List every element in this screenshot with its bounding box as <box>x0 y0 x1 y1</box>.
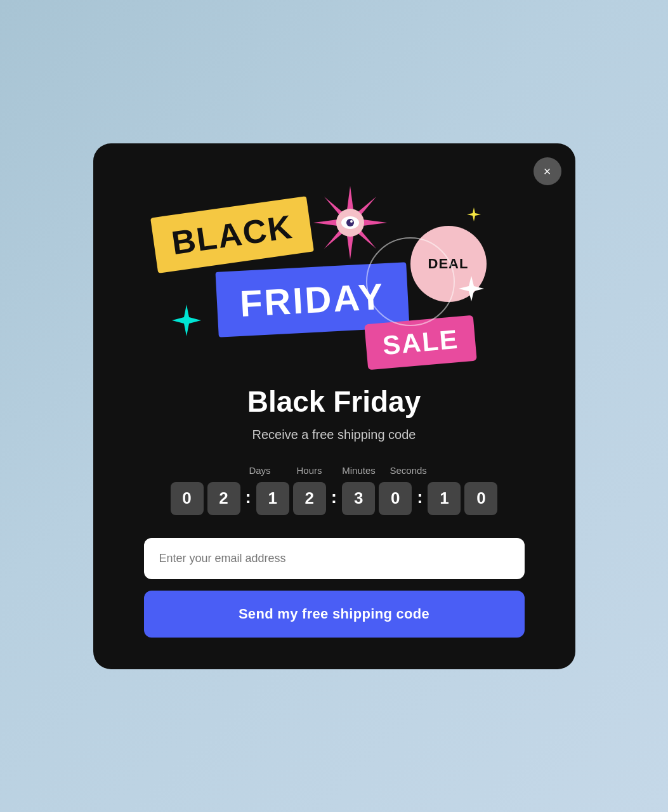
cyan-star-icon <box>169 303 204 345</box>
modal: × BLACK FRIDAY SALE DEAL <box>93 143 575 669</box>
submit-button[interactable]: Send my free shipping code <box>144 591 525 638</box>
hours-digit-1: 2 <box>293 482 326 515</box>
minutes-digit-0: 3 <box>342 482 375 515</box>
modal-subtitle: Receive a free shipping code <box>144 428 525 442</box>
days-digit-0: 0 <box>171 482 204 515</box>
svg-marker-13 <box>459 276 484 301</box>
hours-label: Hours <box>291 465 328 476</box>
colon-2: : <box>331 487 337 508</box>
colon-3: : <box>417 487 422 508</box>
modal-title: Black Friday <box>144 384 525 419</box>
email-input[interactable] <box>144 538 525 579</box>
svg-point-11 <box>350 220 353 223</box>
days-digit-1: 2 <box>207 482 240 515</box>
seconds-digit-0: 1 <box>428 482 461 515</box>
seconds-digit-1: 0 <box>464 482 497 515</box>
minutes-label: Minutes <box>341 465 377 476</box>
graphics-area: BLACK FRIDAY SALE DEAL <box>93 143 575 384</box>
yellow-star-icon <box>466 207 481 226</box>
colon-1: : <box>246 487 251 508</box>
modal-content: Black Friday Receive a free shipping cod… <box>93 384 575 638</box>
svg-marker-14 <box>467 207 481 221</box>
hours-digit-0: 1 <box>256 482 289 515</box>
countdown: Days Hours Minutes Seconds 0 2 : 1 2 : 3… <box>144 465 525 515</box>
svg-point-10 <box>346 219 354 226</box>
svg-marker-12 <box>172 304 201 336</box>
black-sticker: BLACK <box>150 196 314 273</box>
white-star-icon <box>458 275 485 308</box>
minutes-digit-1: 0 <box>379 482 412 515</box>
countdown-labels: Days Hours Minutes Seconds <box>144 465 525 476</box>
countdown-digits: 0 2 : 1 2 : 3 0 : 1 0 <box>144 482 525 515</box>
close-button[interactable]: × <box>534 157 561 185</box>
days-label: Days <box>242 465 278 476</box>
seconds-label: Seconds <box>390 465 427 476</box>
starburst-icon <box>309 181 391 266</box>
